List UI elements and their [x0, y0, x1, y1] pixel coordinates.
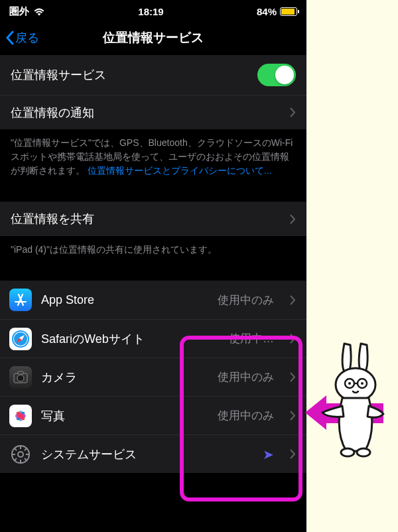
app-status: 使用中のみ [218, 408, 274, 423]
privacy-link[interactable]: 位置情報サービスとプライバシーについて... [88, 165, 272, 176]
svg-line-26 [25, 448, 27, 450]
svg-point-18 [18, 452, 23, 457]
status-bar: 圏外 18:19 84% [0, 0, 306, 23]
battery-percent: 84% [257, 6, 277, 17]
toggle-switch[interactable] [257, 64, 296, 86]
bunny-character [314, 338, 394, 458]
appstore-icon [9, 289, 32, 311]
time-label: 18:19 [138, 6, 163, 17]
app-label: システムサービス [41, 446, 253, 462]
chevron-right-icon [290, 107, 296, 117]
chevron-left-icon [5, 31, 14, 45]
svg-rect-8 [18, 371, 23, 374]
wifi-icon [33, 7, 45, 16]
app-list: App Store使用中のみSafariのWebサイト使用中…カメラ使用中のみ写… [0, 281, 306, 473]
back-label: 戻る [15, 30, 39, 46]
app-label: 写真 [41, 408, 208, 424]
chevron-right-icon [290, 295, 296, 305]
svg-point-34 [361, 382, 364, 385]
svg-point-28 [341, 448, 354, 456]
chevron-right-icon [290, 214, 296, 224]
alerts-label: 位置情報の通知 [11, 105, 94, 121]
svg-point-33 [348, 382, 351, 385]
share-location-row[interactable]: 位置情報を共有 [0, 202, 306, 236]
location-arrow-icon: ➤ [263, 446, 274, 462]
chevron-right-icon [290, 334, 296, 344]
camera-icon [9, 366, 32, 389]
nav-header: 戻る 位置情報サービス [0, 23, 306, 55]
chevron-right-icon [290, 449, 296, 459]
system-icon [9, 443, 32, 466]
back-button[interactable]: 戻る [5, 30, 39, 46]
safari-icon [9, 328, 32, 350]
chevron-right-icon [290, 372, 296, 382]
app-row-safari[interactable]: SafariのWebサイト使用中… [0, 319, 306, 358]
toggle-label: 位置情報サービス [11, 67, 106, 83]
app-status: 使用中のみ [218, 293, 274, 308]
app-row-appstore[interactable]: App Store使用中のみ [0, 281, 306, 319]
phone-screen: 圏外 18:19 84% 戻る 位置情報サービス 位置情報サービス 位置情報の通… [0, 0, 306, 532]
photos-icon [9, 405, 32, 427]
app-row-camera[interactable]: カメラ使用中のみ [0, 358, 306, 396]
location-services-toggle-row[interactable]: 位置情報サービス [0, 55, 306, 95]
app-row-system[interactable]: システムサービス➤ [0, 434, 306, 473]
footer-description-2: "iPad (4)"は位置情報の共有に使用されています。 [0, 236, 306, 263]
footer-description-1: "位置情報サービス"では、GPS、Bluetooth、クラウドソースのWi-Fi… [0, 129, 306, 184]
location-alerts-row[interactable]: 位置情報の通知 [0, 95, 306, 129]
app-label: App Store [41, 293, 208, 307]
app-status: 使用中のみ [218, 369, 274, 385]
app-label: カメラ [41, 369, 208, 385]
carrier-label: 圏外 [9, 5, 29, 18]
battery-icon [280, 7, 297, 16]
svg-point-27 [336, 368, 375, 401]
app-label: SafariのWebサイト [41, 331, 220, 347]
share-label: 位置情報を共有 [11, 211, 94, 227]
svg-point-7 [17, 375, 24, 381]
svg-point-29 [357, 448, 370, 456]
svg-line-25 [15, 458, 17, 460]
svg-line-23 [15, 448, 17, 450]
app-status: 使用中… [229, 331, 274, 346]
app-row-photos[interactable]: 写真使用中のみ [0, 396, 306, 434]
svg-line-24 [25, 458, 27, 460]
page-title: 位置情報サービス [103, 29, 204, 46]
chevron-right-icon [290, 411, 296, 421]
